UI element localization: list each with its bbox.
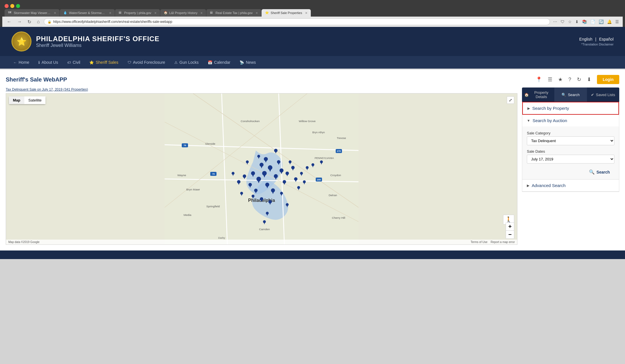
- minimize-button[interactable]: [10, 4, 14, 8]
- map-info-link[interactable]: Tax Delinquent Sale on July 17, 2019 (34…: [6, 87, 88, 92]
- tab-close-2[interactable]: ✕: [109, 11, 111, 15]
- map-label: Tax Delinquent Sale on July 17, 2019 (34…: [6, 87, 517, 92]
- tab-label-3: Property | phila.gov: [124, 11, 151, 15]
- forward-button[interactable]: →: [15, 19, 23, 25]
- nav-item-about-us[interactable]: ℹAbout Us: [34, 56, 63, 69]
- espanol-link[interactable]: Español: [599, 37, 614, 41]
- nav-label-home: Home: [19, 60, 29, 65]
- nav-icon-home: ←: [13, 60, 17, 65]
- shield-icon[interactable]: 🛡: [560, 19, 565, 25]
- footer-bar: [0, 250, 625, 259]
- alerts-icon[interactable]: 🔔: [606, 19, 613, 25]
- nav-item-sheriff-sales[interactable]: ⭐Sheriff Sales: [85, 56, 123, 69]
- library-icon[interactable]: 📚: [581, 19, 588, 25]
- list-tool-button[interactable]: ☰: [547, 75, 553, 84]
- tab-property-details[interactable]: 🏠 Property Details: [522, 87, 554, 102]
- svg-text:Bryn Athyn: Bryn Athyn: [312, 131, 325, 134]
- search-by-auction-header[interactable]: ▼ Search by Auction: [522, 115, 619, 126]
- download-tool-button[interactable]: ⬇: [586, 75, 592, 84]
- search-button[interactable]: 🔍 Search: [527, 168, 614, 175]
- search-by-auction-label: Search by Auction: [533, 118, 567, 123]
- svg-text:76: 76: [184, 144, 186, 147]
- lock-icon: 🔒: [48, 20, 52, 24]
- back-button[interactable]: ←: [5, 19, 13, 25]
- nav-icon-sheriff-sales: ⭐: [89, 60, 94, 65]
- sale-category-group: Sale Category Tax Delinquent Mortgage Fo…: [527, 131, 614, 145]
- reader-icon[interactable]: 📄: [590, 19, 596, 25]
- saved-lists-label: Saved Lists: [596, 93, 615, 97]
- nav-item-home[interactable]: ←Home: [9, 56, 34, 69]
- address-bar[interactable]: 🔒 https://www.officeofphiladelphiasherif…: [44, 18, 550, 25]
- tab-search[interactable]: 🔍 Search: [554, 87, 587, 102]
- reload-button[interactable]: ↻: [26, 19, 33, 25]
- map-type-satellite-button[interactable]: Satellite: [24, 96, 46, 104]
- nav-item-calendar[interactable]: 📅Calendar: [203, 56, 235, 69]
- tab-favicon-1: 🗺: [8, 11, 12, 15]
- maximize-button[interactable]: [16, 4, 20, 8]
- help-tool-button[interactable]: ?: [567, 75, 572, 84]
- nav-label-civil: Civil: [73, 60, 80, 65]
- browser-tab-6[interactable]: ⭐Sheriff Sale Properties✕: [262, 9, 311, 17]
- traffic-lights: [2, 2, 623, 9]
- map-background: 76 76 276 295 Philadelphia Wayne Bryn Ma…: [6, 94, 517, 244]
- star-tool-button[interactable]: ★: [557, 75, 564, 84]
- site-header-right: English | Español *Translation Disclaime…: [579, 37, 614, 46]
- sale-category-select[interactable]: Tax Delinquent Mortgage Foreclosure: [527, 136, 614, 145]
- menu-icon[interactable]: ☰: [614, 19, 620, 25]
- nav-item-avoid-foreclosure[interactable]: 🛡Avoid Foreclosure: [123, 56, 170, 69]
- nav-bar: ←HomeℹAbout Us🏷Civil⭐Sheriff Sales🛡Avoid…: [0, 56, 625, 69]
- tab-close-4[interactable]: ✕: [200, 11, 203, 15]
- map-type-map-button[interactable]: Map: [9, 96, 24, 104]
- tab-favicon-4: 🏠: [164, 11, 168, 15]
- browser-tab-5[interactable]: 🏛Real Estate Tax | phila.gov✕: [206, 9, 261, 17]
- sync-icon[interactable]: 🔄: [598, 19, 604, 25]
- svg-text:Croydon: Croydon: [330, 174, 341, 177]
- tab-label-4: L&I Property History: [169, 11, 197, 15]
- download-icon[interactable]: ⬇: [574, 19, 579, 25]
- search-by-property-header[interactable]: ▶ Search by Property: [523, 102, 618, 114]
- bookmarks-icon[interactable]: ⋯: [552, 19, 558, 25]
- login-button[interactable]: Login: [597, 75, 619, 84]
- sale-dates-select[interactable]: July 17, 2019 August 21, 2019 September …: [527, 155, 614, 164]
- star-bookmark-icon[interactable]: ☆: [567, 19, 573, 25]
- close-button[interactable]: [5, 4, 9, 8]
- tab-close-1[interactable]: ✕: [54, 11, 56, 15]
- nav-item-gun-locks[interactable]: ⚠Gun Locks: [170, 56, 203, 69]
- search-tab-icon: 🔍: [561, 93, 566, 97]
- tab-close-5[interactable]: ✕: [256, 11, 258, 15]
- nav-label-about-us: About Us: [41, 60, 58, 65]
- site-title: PHILADELPHIA SHERIFF'S OFFICE Sheriff Je…: [36, 35, 159, 48]
- browser-tab-4[interactable]: 🏠L&I Property History✕: [160, 9, 206, 17]
- tab-favicon-2: 💧: [63, 11, 67, 15]
- svg-text:Cherry Hill: Cherry Hill: [332, 216, 345, 219]
- browser-tab-2[interactable]: 💧Water/Sewer & Stormwater Bil...✕: [60, 9, 115, 17]
- map-expand-button[interactable]: ⤢: [507, 96, 514, 104]
- zoom-in-button[interactable]: +: [506, 222, 514, 231]
- search-by-auction-body: Sale Category Tax Delinquent Mortgage Fo…: [522, 126, 619, 179]
- english-link[interactable]: English: [579, 37, 592, 41]
- browser-tab-3[interactable]: 🏛Property | phila.gov✕: [115, 9, 160, 17]
- nav-icon-news: 📡: [240, 60, 244, 65]
- panel-body: ▶ Search by Property ▼ Search by Auction: [522, 102, 619, 192]
- refresh-tool-button[interactable]: ↻: [576, 75, 582, 84]
- terms-of-use-link[interactable]: Terms of Use: [470, 240, 487, 244]
- pin-tool-button[interactable]: 📍: [535, 75, 543, 84]
- tab-saved-lists[interactable]: ✔ Saved Lists: [587, 87, 619, 102]
- advanced-search-header[interactable]: ▶ Advanced Search: [522, 180, 619, 191]
- sale-category-label: Sale Category: [527, 131, 614, 135]
- nav-label-avoid-foreclosure: Avoid Foreclosure: [133, 60, 165, 65]
- tab-label-6: Sheriff Sale Properties: [271, 11, 302, 15]
- report-error-link[interactable]: Report a map error: [491, 240, 515, 244]
- zoom-out-button[interactable]: −: [506, 230, 514, 239]
- tab-close-3[interactable]: ✕: [154, 11, 157, 15]
- nav-icon-gun-locks: ⚠: [174, 60, 178, 65]
- browser-tab-1[interactable]: 🗺Stormwater Map Viewer | Philadelp...✕: [5, 9, 60, 17]
- home-nav-button[interactable]: ⌂: [35, 19, 41, 25]
- auction-section-arrow: ▼: [527, 119, 530, 123]
- nav-label-gun-locks: Gun Locks: [179, 60, 199, 65]
- nav-item-civil[interactable]: 🏷Civil: [63, 56, 85, 69]
- nav-item-news[interactable]: 📡News: [235, 56, 260, 69]
- tab-close-6[interactable]: ✕: [305, 11, 307, 15]
- sheriff-name: Sheriff Jewell Williams: [36, 43, 159, 48]
- nav-label-news: News: [246, 60, 256, 65]
